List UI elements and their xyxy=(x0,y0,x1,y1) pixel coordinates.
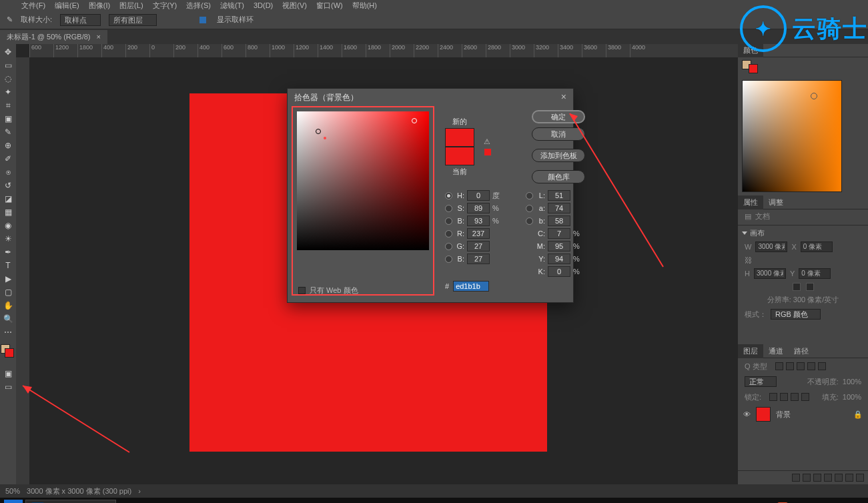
chevron-right-icon[interactable]: › xyxy=(138,487,141,495)
layer-row[interactable]: 👁 背景 🔒 xyxy=(738,405,868,424)
a-input[interactable] xyxy=(548,203,570,213)
tab-properties[interactable]: 属性 xyxy=(738,195,763,209)
x-input[interactable] xyxy=(801,241,833,252)
layer-name-label[interactable]: 背景 xyxy=(776,410,791,420)
gradient-tool[interactable]: ▦ xyxy=(1,207,15,217)
web-colors-checkbox[interactable]: 只有 Web 颜色 xyxy=(298,286,358,296)
tab-paths[interactable]: 路径 xyxy=(789,344,814,358)
pen-tool[interactable]: ✒ xyxy=(1,247,15,258)
ok-button[interactable]: 确定 xyxy=(532,110,585,123)
k-input[interactable] xyxy=(548,266,570,277)
menu-help[interactable]: 帮助(H) xyxy=(350,1,380,11)
wand-tool[interactable]: ✦ xyxy=(1,87,15,97)
type-tool[interactable]: T xyxy=(1,260,15,271)
dialog-close-icon[interactable]: × xyxy=(561,91,566,102)
start-button[interactable]: ⊞ xyxy=(4,500,23,503)
shape-tool[interactable]: ▢ xyxy=(1,287,15,298)
fill-value[interactable]: 100% xyxy=(843,393,861,401)
filter-adjust-icon[interactable] xyxy=(786,362,794,370)
zoom-level[interactable]: 50% xyxy=(5,487,20,495)
adjustment-icon[interactable] xyxy=(824,474,832,482)
h-input[interactable] xyxy=(467,190,490,201)
blur-tool[interactable]: ◉ xyxy=(1,220,15,231)
tab-channels[interactable]: 通道 xyxy=(763,344,789,358)
opacity-value[interactable]: 100% xyxy=(843,378,861,386)
menu-file[interactable]: 文件(F) xyxy=(19,1,48,11)
b-input[interactable] xyxy=(548,215,570,226)
l-radio[interactable] xyxy=(526,192,533,199)
sample-layers-select[interactable]: 所有图层 xyxy=(109,14,157,26)
eraser-tool[interactable]: ◪ xyxy=(1,193,15,204)
hex-input[interactable] xyxy=(453,281,489,292)
history-brush-tool[interactable]: ↺ xyxy=(1,180,15,191)
menu-edit[interactable]: 编辑(E) xyxy=(52,1,82,11)
filter-shape-icon[interactable] xyxy=(807,362,815,370)
link-icon[interactable]: ⛓ xyxy=(745,256,752,264)
eyedropper-tool[interactable]: ✎ xyxy=(1,127,15,137)
heal-tool[interactable]: ⊕ xyxy=(1,140,15,151)
menu-window[interactable]: 窗口(W) xyxy=(314,1,346,11)
caret-down-icon[interactable] xyxy=(742,231,747,235)
dialog-titlebar[interactable]: 拾色器（背景色） × xyxy=(288,89,573,106)
visibility-eye-icon[interactable]: 👁 xyxy=(743,410,751,418)
menu-layer[interactable]: 图层(L) xyxy=(117,1,145,11)
portrait-icon[interactable] xyxy=(793,283,801,291)
background-mini-swatch[interactable] xyxy=(749,64,758,73)
filter-image-icon[interactable] xyxy=(775,362,783,370)
a-radio[interactable] xyxy=(526,205,533,212)
move-tool[interactable]: ✥ xyxy=(1,47,15,57)
new-layer-icon[interactable] xyxy=(845,474,853,482)
brush-tool[interactable]: ✐ xyxy=(1,153,15,164)
lock-trans-icon[interactable] xyxy=(769,393,777,401)
h-radio[interactable] xyxy=(445,192,452,199)
c-input[interactable] xyxy=(548,228,570,239)
link-layers-icon[interactable] xyxy=(792,474,800,482)
ypos-input[interactable] xyxy=(799,268,831,279)
frame-tool[interactable]: ▣ xyxy=(1,113,15,124)
group-icon[interactable] xyxy=(835,474,843,482)
screenmode-tool[interactable]: ▭ xyxy=(1,382,15,392)
lasso-tool[interactable]: ◌ xyxy=(1,73,15,84)
color-field[interactable] xyxy=(742,80,842,192)
lock-pos-icon[interactable] xyxy=(791,393,799,401)
layer-thumbnail[interactable] xyxy=(756,407,771,422)
close-icon[interactable]: × xyxy=(97,33,101,41)
more-tools-icon[interactable]: ⋯ xyxy=(1,327,15,338)
warning-icon[interactable]: ⚠ xyxy=(484,137,492,146)
color-mode-select[interactable]: RGB 颜色 xyxy=(771,309,821,320)
s-radio[interactable] xyxy=(445,205,452,212)
g-input[interactable] xyxy=(467,241,490,252)
bc-radio[interactable] xyxy=(445,256,452,263)
menu-type[interactable]: 文字(Y) xyxy=(150,1,180,11)
blend-mode-select[interactable]: 正常 xyxy=(745,376,777,387)
bv-radio[interactable] xyxy=(445,217,452,225)
crop-tool[interactable]: ⌗ xyxy=(1,100,15,111)
menu-filter[interactable]: 滤镜(T) xyxy=(218,1,247,11)
height-input[interactable] xyxy=(754,268,786,279)
trash-icon[interactable] xyxy=(856,474,864,482)
color-libraries-button[interactable]: 颜色库 xyxy=(532,170,585,183)
websafe-swatch[interactable] xyxy=(484,148,492,156)
document-dimensions[interactable]: 3000 像素 x 3000 像素 (300 ppi) xyxy=(27,486,131,496)
add-to-swatches-button[interactable]: 添加到色板 xyxy=(532,149,585,162)
foreground-background-swatch[interactable] xyxy=(1,344,15,359)
stamp-tool[interactable]: ⍟ xyxy=(1,167,15,177)
r-radio[interactable] xyxy=(445,230,452,237)
path-select-tool[interactable]: ▶ xyxy=(1,274,15,284)
sample-size-select[interactable]: 取样点 xyxy=(60,14,101,26)
background-color-swatch[interactable] xyxy=(5,348,14,358)
zoom-tool[interactable]: 🔍 xyxy=(1,314,15,324)
mask-icon[interactable] xyxy=(813,474,821,482)
landscape-icon[interactable] xyxy=(806,283,814,291)
lock-pixels-icon[interactable] xyxy=(780,393,788,401)
dodge-tool[interactable]: ☀ xyxy=(1,233,15,244)
tab-layers[interactable]: 图层 xyxy=(738,344,763,358)
menu-view[interactable]: 视图(V) xyxy=(280,1,310,11)
show-sampling-checkbox[interactable] xyxy=(199,17,206,23)
fx-icon[interactable] xyxy=(803,474,811,482)
r-input[interactable] xyxy=(467,228,490,239)
marquee-tool[interactable]: ▭ xyxy=(1,60,15,71)
menu-select[interactable]: 选择(S) xyxy=(183,1,213,11)
s-input[interactable] xyxy=(467,203,490,213)
taskbar-app-photoshop[interactable]: Ps未标题-1 @ 50%(... xyxy=(25,500,116,503)
